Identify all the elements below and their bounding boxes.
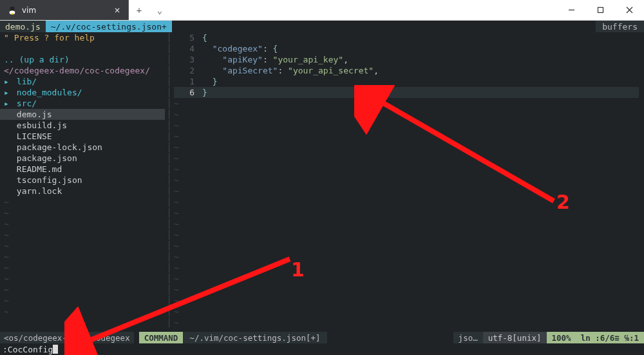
tabline-buffer-a[interactable]: demo.js [0, 21, 46, 32]
status-line: <os/codegeex-dem -codegeex COMMAND ~/.vi… [0, 332, 644, 343]
tree-item[interactable]: README.md [0, 164, 165, 175]
file-tree[interactable]: " Press ? for help .. (up a dir) </codeg… [0, 32, 165, 332]
annotation-label-2: 2 [556, 197, 570, 207]
window-controls [557, 0, 644, 20]
tab-title: vim [22, 6, 36, 15]
status-filetype: jso… [453, 332, 483, 343]
status-encoding: utf-8[unix] [483, 332, 547, 343]
tree-item[interactable]: ▸ lib/ [0, 76, 165, 87]
minimize-button[interactable] [557, 0, 586, 20]
maximize-button[interactable] [586, 0, 615, 20]
split-separator: │││││││││││││││││││││││││││ [165, 32, 174, 332]
tree-item[interactable]: yarn.lock [0, 186, 165, 197]
tree-item[interactable]: LICENSE [0, 131, 165, 142]
status-filepath: ~/.vim/coc-settings.json[+] [183, 332, 327, 343]
tab-dropdown-button[interactable]: ⌄ [149, 0, 170, 20]
svg-point-0 [10, 6, 15, 10]
command-cursor [53, 345, 58, 354]
tree-path: </codegeex-demo/coc-codegeex/ [0, 65, 165, 76]
tree-item[interactable]: tsconfig.json [0, 175, 165, 186]
command-line[interactable]: :CocConfig [0, 343, 644, 355]
tree-up-dir[interactable]: .. (up a dir) [0, 54, 165, 65]
tab-close-button[interactable]: × [114, 6, 120, 15]
vim-tabline[interactable]: demo.js ~/.v/coc-settings.json+ buffers [0, 21, 644, 32]
status-mode: COMMAND [139, 332, 184, 343]
status-left: <os/codegeex-dem -codegeex [0, 332, 134, 343]
tree-help-line: " Press ? for help [0, 32, 165, 43]
tree-item[interactable]: ▸ node_modules/ [0, 87, 165, 98]
tree-item[interactable]: ▸ src/ [0, 98, 165, 109]
tree-item[interactable]: esbuild.js [0, 120, 165, 131]
editor-pane[interactable]: 543216 { "codegeex": { "apiKey": "your_a… [174, 32, 644, 332]
tux-icon [8, 6, 17, 15]
vim-main: " Press ? for help .. (up a dir) </codeg… [0, 32, 644, 332]
code-area[interactable]: { "codegeex": { "apiKey": "your_api_key"… [202, 32, 644, 328]
window-tab[interactable]: vim × [0, 0, 129, 20]
annotation-label-1: 1 [291, 264, 305, 275]
line-number-gutter: 543216 [174, 32, 200, 98]
svg-rect-3 [598, 8, 603, 13]
new-tab-button[interactable]: + [129, 0, 149, 20]
terminal: demo.js ~/.v/coc-settings.json+ buffers … [0, 21, 644, 355]
command-text: :CocConfig [3, 344, 53, 355]
window-titlebar: vim × + ⌄ [0, 0, 644, 21]
close-button[interactable] [615, 0, 644, 20]
tabline-right: buffers [596, 21, 644, 32]
status-position: 100% ln :6/6≡ ℅:1 [547, 332, 644, 343]
tabline-buffer-b[interactable]: ~/.v/coc-settings.json+ [46, 21, 172, 32]
tree-item[interactable]: package.json [0, 153, 165, 164]
tree-item[interactable]: demo.js [0, 109, 165, 120]
tree-item[interactable]: package-lock.json [0, 142, 165, 153]
